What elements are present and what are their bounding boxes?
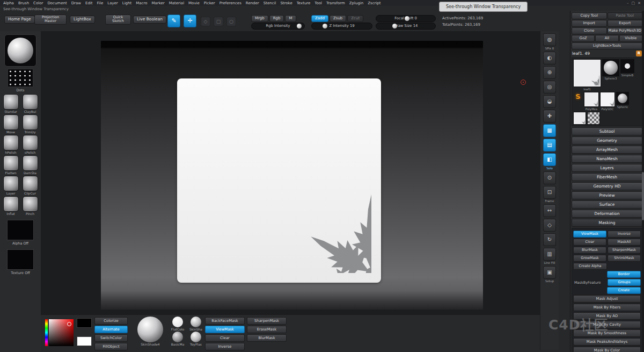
mask-sharpenmask-button[interactable]: SharpenMask	[247, 317, 287, 325]
shelf-magnify-icon[interactable]: ⊙	[543, 171, 556, 184]
brush-claybui[interactable]: ClayBui	[21, 94, 39, 114]
section-preview[interactable]: Preview	[572, 191, 642, 199]
masking-mask-by-cavity-button[interactable]: Mask By Cavity	[573, 321, 641, 328]
material-flatcolo[interactable]: FlatColo	[170, 316, 186, 331]
brush-inflat[interactable]: Inflat	[2, 196, 19, 216]
masking-blurmask-button[interactable]: BlurMask	[573, 247, 606, 254]
texture-off-tile[interactable]	[7, 249, 34, 270]
draw-brush-icon[interactable]: ✎	[167, 15, 180, 27]
tool-thumb-polymes[interactable]: PolyMes	[584, 92, 599, 111]
window-button-1[interactable]: ▢	[632, 1, 635, 5]
export-button[interactable]: Export	[608, 20, 643, 27]
mask-viewmask-button[interactable]: ViewMask	[205, 326, 245, 333]
alpha-off-tile[interactable]	[7, 220, 34, 240]
masking-inverse-button[interactable]: Inverse	[608, 231, 641, 238]
brush-flatten[interactable]: Flatten	[2, 155, 19, 175]
masking-clear-button[interactable]: Clear	[573, 239, 606, 246]
switchcolor-button[interactable]: SwitchColor	[94, 334, 128, 342]
menu-item-draw[interactable]: Draw	[71, 1, 81, 5]
menu-item-render[interactable]: Render	[246, 1, 259, 5]
mask-backfacemask-button[interactable]: BackFaceMask	[205, 317, 245, 325]
brush-move[interactable]: Move	[2, 114, 19, 134]
rgb-intensity-slider[interactable]: Rgb Intensity	[251, 23, 305, 30]
stroke-dots-preview[interactable]	[8, 69, 33, 87]
brush-standar[interactable]: Standar	[2, 94, 19, 114]
section-masking[interactable]: Masking	[572, 219, 642, 227]
canvas[interactable]	[41, 31, 540, 314]
tool-thumb-spheric[interactable]: Spheric	[616, 92, 629, 109]
sculpt-mode-zcut[interactable]: Zcut	[347, 15, 363, 22]
menu-item-light[interactable]: Light	[122, 1, 131, 5]
window-button-2[interactable]: ✕	[638, 1, 641, 5]
menu-item-stencil[interactable]: Stencil	[264, 1, 276, 5]
menu-item-file[interactable]: File	[97, 1, 104, 5]
clone-button[interactable]: Clone	[572, 27, 607, 34]
tool-thumb-polysdc[interactable]: PolySDC	[600, 92, 615, 111]
z-intensity-slider[interactable]: Z Intensity 19	[311, 23, 372, 30]
menu-item-edit[interactable]: Edit	[85, 1, 93, 5]
window-button-0[interactable]: –	[627, 1, 629, 5]
brush-trimdy[interactable]: TrimDy	[21, 114, 39, 134]
brush-damsta[interactable]: DamSta	[21, 155, 39, 175]
quick-sketch-button[interactable]: Quick Sketch	[105, 15, 131, 25]
menu-item-macro[interactable]: Macro	[136, 1, 147, 5]
brush-pinch[interactable]: Pinch	[21, 196, 39, 216]
shelf-actual-icon[interactable]: ◎	[543, 81, 556, 94]
sculpt-mode-zsub[interactable]: Zsub	[330, 15, 346, 22]
menu-item-marker[interactable]: Marker	[151, 1, 164, 5]
masking-mask-by-fibers-button[interactable]: Mask By Fibers	[573, 304, 641, 311]
shelf-line-fill-icon[interactable]: ▥Line Fill	[543, 248, 556, 264]
create-button[interactable]: Create	[607, 287, 641, 294]
edit-mode-icon[interactable]: ✛	[184, 15, 196, 27]
material-slot[interactable]: SkinShade4	[135, 317, 165, 346]
shelf-frame-icon[interactable]: ⊡Frame	[543, 186, 556, 203]
menu-item-layer[interactable]: Layer	[107, 1, 118, 5]
hue-strip[interactable]	[45, 319, 48, 346]
make-polymesh3d-button[interactable]: Make PolyMesh3D	[608, 27, 643, 34]
menu-item-document[interactable]: Document	[47, 1, 67, 5]
masking-growmask-button[interactable]: GrowMask	[573, 255, 606, 262]
brush-spolish[interactable]: sPolish	[21, 135, 39, 155]
projection-master-button[interactable]: Projection Master	[34, 15, 67, 25]
color-picker-square[interactable]	[49, 319, 74, 346]
document-area[interactable]	[101, 41, 483, 310]
tool-thumb-s-logo-3[interactable]: S	[573, 92, 583, 102]
section-arraymesh[interactable]: ArrayMesh	[572, 146, 642, 154]
menu-item-texture[interactable]: Texture	[297, 1, 311, 5]
paint-mode-mrgb[interactable]: Mrgb	[251, 15, 268, 22]
material-skinsha[interactable]: SkinSha	[188, 316, 204, 331]
colorize-button[interactable]: Colorize	[94, 317, 128, 325]
shelf-pan-icon[interactable]: ✚	[543, 110, 556, 123]
menu-item-color[interactable]: Color	[33, 1, 43, 5]
sculpt-mode-zadd[interactable]: Zadd	[311, 15, 328, 22]
mask-blurmask-button[interactable]: BlurMask	[247, 334, 287, 342]
tool-thumb-simpleb[interactable]: SimpleB	[620, 59, 634, 77]
masking-mask-by-color-button[interactable]: Mask By Color	[573, 347, 641, 352]
r-badge[interactable]: R	[636, 51, 642, 56]
tool-thumb-checker-8[interactable]	[587, 112, 600, 125]
shelf-persp-icon[interactable]: ▦	[543, 124, 556, 137]
copy-tool-button[interactable]: Copy Tool	[572, 12, 607, 19]
brush-layer[interactable]: Layer	[2, 176, 19, 196]
menu-item-zplugin[interactable]: Zplugin	[349, 1, 363, 5]
masking-mask-adjust-button[interactable]: Mask Adjust	[573, 295, 641, 303]
fillobject-button[interactable]: FillObject	[94, 343, 128, 350]
shelf-setup-icon[interactable]: ▣Setup	[543, 266, 556, 283]
menu-item-brush[interactable]: Brush	[18, 1, 29, 5]
shelf-spix-icon[interactable]: ◍SPix 8	[543, 33, 556, 50]
live-boolean-button[interactable]: Live Boolean	[133, 16, 166, 24]
menu-item-alpha[interactable]: Alpha	[3, 1, 14, 5]
section-nanomesh[interactable]: NanoMesh	[572, 155, 642, 163]
focal-shift-slider[interactable]: Focal Shift 0	[376, 15, 436, 22]
section-deformation[interactable]: Deformation	[572, 210, 642, 218]
menu-item-picker[interactable]: Picker	[204, 1, 215, 5]
lightbox-tools-button[interactable]: LightBox>Tools	[572, 42, 642, 49]
alternate-button[interactable]: Alternate	[94, 326, 128, 333]
masking-mask-by-smoothness-button[interactable]: Mask By Smoothness	[573, 329, 641, 337]
section-surface[interactable]: Surface	[572, 200, 642, 209]
mask-erasemask-button[interactable]: EraseMask	[247, 326, 287, 333]
brush-clipcur[interactable]: ClipCur	[21, 176, 39, 196]
masking-sharpenmask-button[interactable]: SharpenMask	[608, 247, 641, 254]
section-layers[interactable]: Layers	[572, 164, 642, 172]
paste-tool-button[interactable]: Paste Tool	[608, 12, 643, 19]
